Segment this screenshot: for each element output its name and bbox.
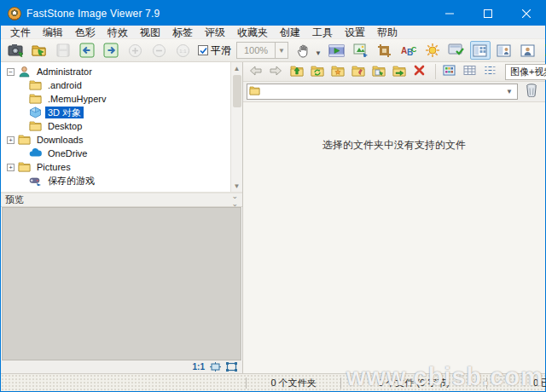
delete-button[interactable] (410, 64, 428, 80)
save-button[interactable] (53, 41, 73, 60)
next-image-button[interactable] (101, 41, 121, 60)
close-button[interactable] (507, 1, 545, 26)
settings-screen-button[interactable] (446, 41, 467, 60)
tree-item-saved-games[interactable]: 保存的游戏 (3, 174, 230, 187)
up-folder-button[interactable] (288, 64, 305, 80)
tree-item-onedrive[interactable]: OneDrive (3, 147, 230, 160)
actual-size-button[interactable]: 1:1 (172, 41, 193, 60)
back-arrow-icon (249, 66, 262, 78)
forward-button[interactable] (267, 64, 285, 80)
crop-button[interactable] (375, 41, 395, 60)
folder-icon (29, 79, 42, 91)
recycle-bin-button[interactable] (521, 84, 542, 101)
tree-item-android[interactable]: .android (3, 78, 230, 92)
view-thumbs-button[interactable] (440, 64, 458, 80)
crop-icon (377, 43, 392, 58)
scroll-thumb[interactable] (233, 75, 241, 107)
path-combobox[interactable]: ▼ (247, 84, 518, 100)
trash-icon (526, 84, 537, 100)
acquire-camera-button[interactable] (5, 41, 26, 60)
refresh-folder-button[interactable] (308, 64, 326, 80)
tree-item-downloads[interactable]: + Downloads (3, 133, 230, 147)
minimize-button[interactable] (430, 1, 468, 26)
detail-table-icon (463, 65, 476, 78)
view-detail-button[interactable] (461, 64, 479, 80)
previous-image-button[interactable] (77, 41, 97, 60)
view-browser-button[interactable] (494, 41, 514, 60)
file-filter-select[interactable]: 图像+视频 ▼ (505, 64, 546, 80)
menu-favorites[interactable]: 收藏夹 (231, 26, 274, 39)
batch-rename-button[interactable]: ABC (398, 41, 419, 60)
save-icon (56, 43, 70, 57)
window-title: FastStone Image Viewer 7.9 (26, 8, 160, 20)
tree-item-administrator[interactable]: − Administrator (3, 65, 230, 78)
empty-folder-message: 选择的文件夹中没有支持的文件 (243, 138, 545, 153)
tree-item-3d-objects[interactable]: 3D 对象 (3, 106, 230, 119)
zoom-in-button[interactable] (125, 41, 145, 60)
view-thumbnails-button[interactable] (470, 41, 491, 60)
collapse-chevrons-icon[interactable]: ⌄⌄ (231, 193, 238, 208)
maximize-button[interactable] (468, 1, 507, 26)
folder-star-icon (331, 65, 345, 79)
hand-tool-dropdown-icon[interactable]: ▼ (315, 49, 322, 57)
main-toolbar: 1:1 平滑 100% ▼ ▼ (1, 39, 545, 62)
list-lines-icon (484, 65, 497, 78)
adjust-colors-button[interactable] (422, 41, 443, 60)
fit-window-icon[interactable] (210, 362, 221, 372)
app-window: FastStone Image Viewer 7.9 文件 编辑 色彩 特效 视… (0, 0, 546, 392)
zoom-out-button[interactable] (148, 41, 169, 60)
collapse-expander-icon[interactable]: − (7, 68, 15, 76)
zoom-level-select[interactable]: 100% ▼ (236, 42, 288, 59)
tree-item-memuhyperv[interactable]: .MemuHyperv (3, 92, 230, 106)
preview-zoom-label: 1:1 (193, 362, 205, 372)
tag-folder-button[interactable] (349, 64, 367, 80)
tree-scrollbar[interactable]: ▲ ▼ (230, 62, 242, 192)
copy-to-folder-button[interactable] (369, 64, 387, 80)
menu-effects[interactable]: 特效 (102, 26, 134, 39)
thumbnails-view-icon (473, 44, 487, 57)
menu-tag[interactable]: 标签 (166, 26, 199, 39)
menu-rating[interactable]: 评级 (199, 26, 231, 39)
menu-tools[interactable]: 工具 (306, 26, 339, 39)
expand-plus-icon[interactable]: + (7, 164, 15, 171)
thumbs-grid-icon (443, 65, 456, 78)
menu-colors[interactable]: 色彩 (69, 26, 102, 39)
view-image-button[interactable] (518, 41, 538, 60)
menu-bar: 文件 编辑 色彩 特效 视图 标签 评级 收藏夹 创建 工具 设置 帮助 (1, 26, 545, 39)
slideshow-icon (328, 44, 345, 57)
hand-tool-button[interactable] (293, 41, 314, 60)
menu-view[interactable]: 视图 (134, 26, 166, 39)
scroll-down-icon[interactable]: ▼ (232, 181, 242, 191)
preview-area (2, 207, 241, 360)
move-to-folder-button[interactable] (390, 64, 408, 80)
file-browser-area[interactable]: 选择的文件夹中没有支持的文件 (243, 102, 545, 373)
status-bar: 0 个文件夹 0 个文件 (0 字节) 0 已选择 ⁞⁞ (1, 373, 545, 391)
open-folder-button[interactable] (29, 41, 49, 60)
menu-help[interactable]: 帮助 (371, 26, 404, 39)
view-fullscreen-button[interactable] (542, 41, 546, 60)
smooth-checkbox[interactable]: 平滑 (198, 43, 231, 58)
favorite-folder-button[interactable] (328, 64, 346, 80)
tree-item-desktop[interactable]: Desktop (3, 119, 230, 133)
tree-item-pictures[interactable]: + Pictures (3, 160, 230, 174)
slideshow-button[interactable] (327, 41, 347, 60)
expand-frame-icon[interactable] (226, 362, 237, 372)
folder-tag-icon (351, 65, 365, 79)
sun-icon (425, 43, 440, 58)
menu-create[interactable]: 创建 (274, 26, 306, 39)
forward-arrow-icon (270, 66, 282, 78)
resize-button[interactable] (351, 41, 371, 60)
back-button[interactable] (247, 64, 264, 80)
actual-size-icon: 1:1 (176, 43, 190, 58)
svg-text:1:1: 1:1 (179, 49, 187, 54)
scroll-up-icon[interactable]: ▲ (232, 63, 242, 73)
view-list-button[interactable] (481, 64, 499, 80)
screen-check-icon (448, 43, 464, 57)
menu-settings[interactable]: 设置 (339, 26, 371, 39)
arrow-left-icon (79, 43, 95, 58)
menu-edit[interactable]: 编辑 (37, 26, 69, 39)
folder-icon (29, 120, 42, 132)
menu-file[interactable]: 文件 (4, 26, 37, 39)
open-folder-icon (32, 43, 48, 57)
expand-plus-icon[interactable]: + (7, 136, 15, 144)
